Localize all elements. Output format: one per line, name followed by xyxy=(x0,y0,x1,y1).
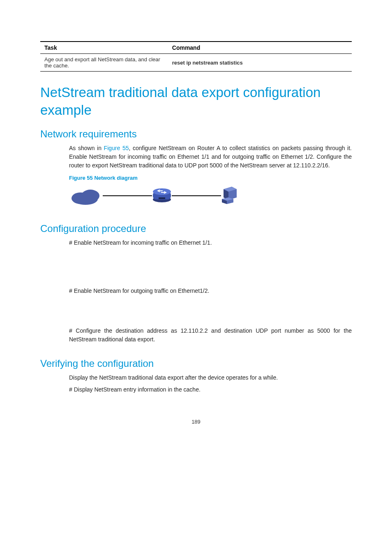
cloud-icon xyxy=(69,186,103,206)
figure-link[interactable]: Figure 55 xyxy=(104,145,129,151)
svg-rect-6 xyxy=(159,197,165,199)
verify-p1: Display the NetStream traditional data e… xyxy=(69,373,352,382)
table-header-row: Task Command xyxy=(40,42,352,54)
req-intro-paragraph: As shown in Figure 55, configure NetStre… xyxy=(69,144,352,170)
table-row: Age out and export all NetStream data, a… xyxy=(40,54,352,72)
table-cell-command: reset ip netstream statistics xyxy=(168,54,352,72)
table-cell-task: Age out and export all NetStream data, a… xyxy=(40,54,168,72)
svg-point-2 xyxy=(73,193,98,205)
req-intro-prefix: As shown in xyxy=(69,145,104,151)
table-header-task: Task xyxy=(40,42,168,54)
network-diagram xyxy=(69,185,352,206)
server-icon xyxy=(221,185,239,206)
link-line-right xyxy=(172,195,221,196)
svg-point-5 xyxy=(153,188,171,195)
verify-p2: # Display NetStream entry information in… xyxy=(69,385,352,394)
figure-caption: Figure 55 Network diagram xyxy=(69,174,352,182)
link-line-left xyxy=(103,195,152,196)
page-title: NetStream traditional data export config… xyxy=(40,84,352,119)
table-header-command: Command xyxy=(168,42,352,54)
configuration-procedure-body: # Enable NetStream for incoming traffic … xyxy=(69,239,352,344)
section-configuration-procedure-title: Configuration procedure xyxy=(40,223,352,234)
command-table: Task Command Age out and export all NetS… xyxy=(40,41,352,72)
page-container: Task Command Age out and export all NetS… xyxy=(0,0,392,441)
section-network-requirements-title: Network requirements xyxy=(40,128,352,140)
network-requirements-body: As shown in Figure 55, configure NetStre… xyxy=(69,144,352,207)
proc-step-2: # Enable NetStream for outgoing traffic … xyxy=(69,287,352,295)
page-number: 189 xyxy=(40,419,352,425)
proc-step-3: # Configure the destination address as 1… xyxy=(69,327,352,344)
proc-step-1: # Enable NetStream for incoming traffic … xyxy=(69,239,352,247)
section-verifying-title: Verifying the configuration xyxy=(40,358,352,369)
verifying-body: Display the NetStream traditional data e… xyxy=(69,373,352,394)
router-icon xyxy=(152,186,172,206)
